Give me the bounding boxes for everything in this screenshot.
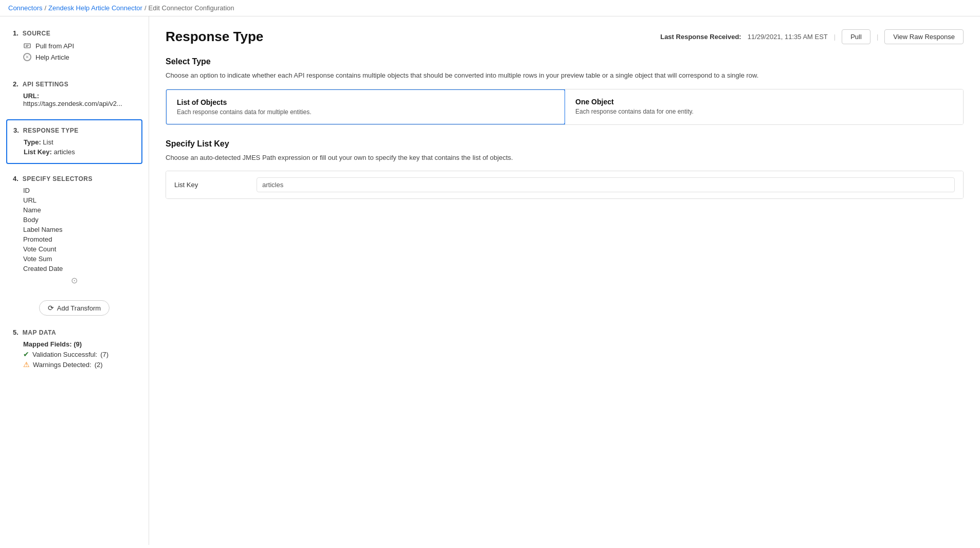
breadcrumb-connectors[interactable]: Connectors	[8, 4, 42, 12]
section-4-title: SPECIFY SELECTORS	[23, 175, 93, 182]
sidebar-section-response-type[interactable]: 3. RESPONSE TYPE Type: List List Key: ar…	[6, 119, 142, 164]
section-5-number: 5.	[13, 328, 19, 336]
type-option-single[interactable]: One Object Each response contains data f…	[565, 89, 963, 124]
source-help-article-label: Help Article	[35, 53, 69, 61]
list-key-field-label: List Key	[174, 181, 257, 189]
list-key-input[interactable]	[257, 177, 955, 192]
section-2-title: API SETTINGS	[23, 81, 68, 88]
section-4-number: 4.	[13, 175, 19, 182]
loading-spinner-icon: ⊙	[13, 273, 136, 287]
selector-vote-count: Vote Count	[13, 244, 136, 254]
breadcrumb-zendesk[interactable]: Zendesk Help Article Connector	[48, 4, 142, 12]
breadcrumb-sep-1: /	[44, 4, 46, 12]
type-options: List of Objects Each response contains d…	[166, 89, 964, 125]
warnings-detected: ⚠ Warnings Detected: (2)	[13, 359, 136, 370]
list-key-row: List Key	[166, 171, 963, 198]
check-icon: ✔	[23, 350, 29, 358]
selector-created-date: Created Date	[13, 264, 136, 273]
section-3-title: RESPONSE TYPE	[23, 127, 79, 134]
specify-list-key-label: Specify List Key	[166, 139, 964, 149]
main-content: Response Type Last Response Received: 11…	[149, 16, 980, 545]
header-actions: Last Response Received: 11/29/2021, 11:3…	[660, 29, 964, 44]
section-3-number: 3.	[13, 126, 19, 134]
mapped-fields: Mapped Fields: (9)	[13, 339, 136, 349]
sidebar-section-api-settings[interactable]: 2. API SETTINGS URL: https://tags.zendes…	[6, 74, 142, 115]
type-option-list[interactable]: List of Objects Each response contains d…	[166, 89, 566, 125]
section-2-number: 2.	[13, 80, 19, 88]
section-1-number: 1.	[13, 29, 19, 37]
api-icon	[23, 42, 31, 50]
selector-name: Name	[13, 205, 136, 215]
section-1-title: SOURCE	[23, 30, 50, 37]
specify-list-key-section: Specify List Key Choose an auto-detected…	[166, 139, 964, 199]
separator-1: |	[834, 33, 836, 41]
breadcrumb-current: Edit Connector Configuration	[149, 4, 234, 12]
add-transform-label: Add Transform	[57, 304, 101, 312]
selector-label-names: Label Names	[13, 225, 136, 234]
add-transform-button[interactable]: ⟳ Add Transform	[39, 300, 110, 316]
list-option-title: List of Objects	[177, 98, 554, 106]
selector-body: Body	[13, 215, 136, 225]
list-option-desc: Each response contains data for multiple…	[177, 108, 554, 116]
selector-id: ID	[13, 186, 136, 195]
separator-2: |	[877, 33, 878, 41]
response-type-kv: Type: List	[13, 137, 135, 147]
selector-promoted: Promoted	[13, 234, 136, 244]
sidebar: 1. SOURCE Pull from API ✕ Help Article	[0, 16, 149, 545]
last-response-label: Last Response Received:	[660, 33, 741, 41]
single-option-desc: Each response contains data for one enti…	[575, 108, 953, 115]
single-option-title: One Object	[575, 98, 953, 106]
source-pull-api-label: Pull from API	[35, 42, 74, 50]
pull-button[interactable]: Pull	[842, 29, 870, 44]
sidebar-section-map-data[interactable]: 5. MAP DATA Mapped Fields: (9) ✔ Validat…	[6, 322, 142, 376]
transform-icon: ⟳	[48, 304, 54, 312]
last-response-value: 11/29/2021, 11:35 AM EST	[748, 33, 828, 41]
breadcrumb: Connectors / Zendesk Help Article Connec…	[0, 0, 980, 16]
api-url: URL: https://tags.zendesk.com/api/v2...	[13, 91, 136, 108]
select-type-description: Choose an option to indicate whether eac…	[166, 70, 964, 81]
source-pull-api[interactable]: Pull from API	[13, 40, 136, 51]
section-5-title: MAP DATA	[23, 329, 56, 336]
list-key-table: List Key	[166, 171, 964, 199]
warning-icon: ⚠	[23, 360, 30, 369]
selector-vote-sum: Vote Sum	[13, 254, 136, 264]
validation-successful: ✔ Validation Successful: (7)	[13, 349, 136, 359]
circle-x-icon: ✕	[23, 53, 31, 61]
svg-rect-0	[24, 44, 30, 48]
select-type-label: Select Type	[166, 57, 964, 66]
specify-list-key-description: Choose an auto-detected JMES Path expres…	[166, 153, 964, 163]
selector-url: URL	[13, 195, 136, 205]
breadcrumb-sep-2: /	[144, 4, 147, 12]
main-header: Response Type Last Response Received: 11…	[166, 29, 964, 45]
page-title: Response Type	[166, 29, 263, 45]
list-key-kv: List Key: articles	[13, 147, 135, 157]
source-help-article[interactable]: ✕ Help Article	[13, 51, 136, 63]
view-raw-button[interactable]: View Raw Response	[884, 29, 964, 44]
sidebar-section-source[interactable]: 1. SOURCE Pull from API ✕ Help Article	[6, 23, 142, 69]
sidebar-section-selectors[interactable]: 4. SPECIFY SELECTORS ID URL Name Body La…	[6, 168, 142, 294]
